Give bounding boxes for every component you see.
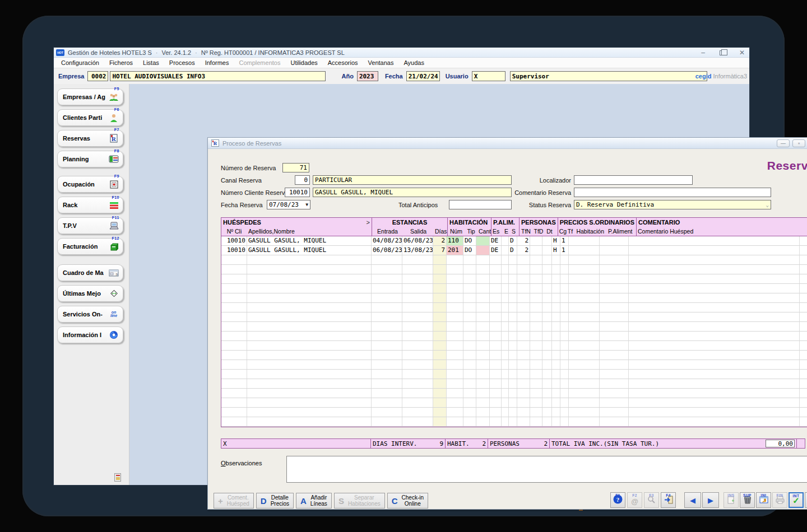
anadir-lineas-button[interactable]: AAñadirLíneas	[296, 493, 332, 508]
column-header-s[interactable]: S	[511, 227, 519, 236]
column-header-ent[interactable]: Entrada	[372, 227, 403, 236]
detalle-precios-button[interactable]: DDetallePrecios	[256, 493, 294, 508]
check-in-online-button[interactable]: CCheck-inOnline	[387, 493, 428, 508]
menu-item-informes[interactable]: Informes	[200, 58, 234, 67]
group-label: ESTANCIAS	[372, 218, 447, 227]
table-row[interactable]: 10010GASULL GASULL, MIQUEL06/08/2313/08/…	[221, 246, 807, 255]
usuario-code-field[interactable]: X	[472, 71, 505, 81]
fecha-field[interactable]: 21/02/24	[406, 71, 440, 81]
f1-help-button[interactable]: F1?	[610, 492, 625, 508]
menu-item-utilidades[interactable]: Utilidades	[285, 58, 322, 67]
canal-name-field[interactable]: PARTICULAR	[313, 175, 512, 185]
sidebar-item-servicios-on[interactable]: Servicios On-online	[57, 306, 123, 323]
cliente-code-field[interactable]: 10010	[285, 188, 310, 197]
empresa-code-field[interactable]: 0002	[87, 71, 108, 81]
table-row[interactable]	[221, 398, 807, 408]
menu-item-ayudas[interactable]: Ayudas	[398, 58, 429, 67]
sidebar-item-rack[interactable]: RackF10	[57, 197, 123, 213]
column-header-es[interactable]: Es	[491, 227, 503, 236]
column-header-num[interactable]: Núm	[448, 227, 465, 236]
sidebar-item-facturacio-n[interactable]: FacturaciónF12	[57, 238, 123, 255]
column-header-tfn[interactable]: TfN	[520, 227, 532, 236]
column-header-name[interactable]: Apellidos,Nombre	[247, 227, 372, 236]
table-row[interactable]	[221, 360, 807, 370]
numero-reserva-field[interactable]: 71	[282, 163, 309, 172]
table-row[interactable]	[221, 265, 807, 274]
column-header-tip[interactable]: Tip	[465, 227, 477, 236]
column-header-dias[interactable]: Días	[434, 227, 447, 236]
column-header-dt[interactable]: Dt	[545, 227, 554, 236]
sidebar-item-clientes-parti[interactable]: Clientes PartiF6	[57, 109, 123, 126]
menu-item-ficheros[interactable]: Ficheros	[104, 58, 138, 67]
sidebar-item-reservas[interactable]: ReservasRF7	[57, 130, 123, 147]
empresa-name-field[interactable]: HOTEL AUDIOVISUALES INFO3	[110, 71, 326, 81]
column-header-tf[interactable]: Tf	[567, 227, 575, 236]
total-anticipos-field[interactable]	[449, 200, 512, 209]
table-row[interactable]	[221, 417, 807, 427]
ano-field[interactable]: 2023	[357, 71, 378, 81]
int-button[interactable]: INT✓	[789, 492, 804, 508]
table-row[interactable]	[221, 370, 807, 379]
esc-button[interactable]: ESC	[805, 492, 807, 508]
menu-item-procesos[interactable]: Procesos	[164, 58, 200, 67]
table-row[interactable]	[221, 408, 807, 417]
sup-button[interactable]: SUP	[740, 492, 755, 508]
sidebar-item-ocupacio-n[interactable]: OcupaciónF9	[57, 176, 123, 193]
sidebar-item-cuadro-de-ma[interactable]: Cuadro de Ma.9	[57, 264, 123, 281]
sidebar-item-informacio-n-i[interactable]: Información I	[57, 326, 123, 343]
cliente-name-field[interactable]: GASULL GASULL, MIQUEL	[313, 188, 512, 197]
comentario-reserva-field[interactable]	[574, 188, 771, 197]
close-icon[interactable]: ✕	[739, 50, 745, 55]
column-header-com[interactable]: Comentario Huésped	[637, 227, 807, 236]
cell-dt	[542, 293, 552, 302]
table-row[interactable]	[221, 341, 807, 351]
prev-arrow-button[interactable]: ◀	[684, 492, 701, 508]
next-arrow-button[interactable]: ▶	[702, 492, 719, 508]
observaciones-textarea[interactable]: ∧ ∨	[286, 456, 807, 483]
printer-icon	[776, 496, 785, 506]
expand-arrow-icon[interactable]: >	[367, 218, 370, 227]
minimize-icon[interactable]: –	[701, 50, 705, 55]
chevron-down-icon[interactable]: ⌄	[766, 202, 769, 208]
table-row[interactable]	[221, 332, 807, 341]
minimize-icon[interactable]: —	[777, 139, 790, 147]
menu-item-listas[interactable]: Listas	[138, 58, 164, 67]
table-row[interactable]	[221, 303, 807, 312]
table-row[interactable]	[221, 389, 807, 398]
canal-code-field[interactable]: 0	[295, 175, 310, 185]
status-reserva-combo[interactable]: D. Reserva Definitiva⌄	[574, 200, 771, 209]
f4-exit-door-button[interactable]: F4	[661, 492, 676, 508]
table-row[interactable]	[221, 312, 807, 322]
sidebar-item-empresas-ag[interactable]: Empresas / AgF5	[57, 88, 123, 105]
table-row[interactable]	[221, 255, 807, 265]
table-row[interactable]	[221, 274, 807, 284]
sidebar-item-planning[interactable]: PlanningF8	[57, 151, 123, 167]
ini-button[interactable]: INI	[756, 492, 771, 508]
table-row[interactable]	[221, 322, 807, 332]
column-header-cg[interactable]: Cg	[558, 227, 567, 236]
localizador-field[interactable]	[574, 175, 693, 185]
table-row[interactable]	[221, 379, 807, 389]
column-header-hab[interactable]: Habitación	[575, 227, 606, 236]
sidebar-item-t-p-v[interactable]: T.P.VF11	[57, 217, 123, 234]
menu-item-accesorios[interactable]: Accesorios	[323, 58, 363, 67]
column-header-pal[interactable]: P.Aliment	[606, 227, 635, 236]
column-header-e[interactable]: E	[503, 227, 511, 236]
cell-name	[247, 293, 372, 302]
restore-icon[interactable]: ▫	[792, 139, 805, 147]
dropdown-arrow-icon[interactable]: ▼	[305, 202, 308, 207]
menu-item-ventanas[interactable]: Ventanas	[363, 58, 399, 67]
usuario-name-field[interactable]: Supervisor	[510, 71, 707, 81]
table-row[interactable]	[221, 293, 807, 303]
column-header-ncli[interactable]: Nº Cli	[221, 227, 247, 236]
column-header-tfd[interactable]: TfD	[532, 227, 545, 236]
table-row[interactable]	[221, 351, 807, 360]
restore-icon[interactable]	[720, 50, 725, 55]
fecha-reserva-field[interactable]: 07/08/23▼	[267, 200, 310, 209]
column-header-cant[interactable]: Cant	[477, 227, 491, 236]
menu-item-configuracion[interactable]: Configuración	[56, 58, 104, 67]
column-header-sal[interactable]: Salida	[403, 227, 434, 236]
table-row[interactable]: 10010GASULL GASULL, MIQUEL04/08/2306/08/…	[221, 236, 807, 246]
sidebar-item-u-ltimas-mejo[interactable]: Últimas Mejo	[57, 285, 123, 302]
table-row[interactable]	[221, 284, 807, 293]
